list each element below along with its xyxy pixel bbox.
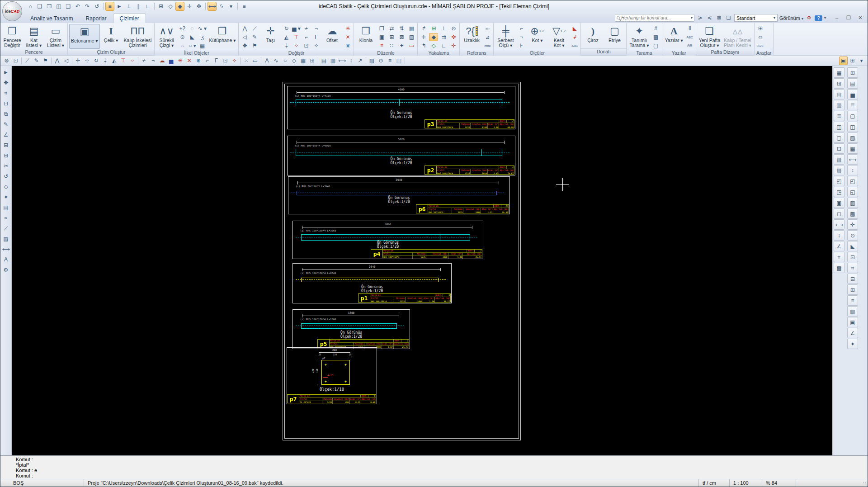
point-snap-icon[interactable]: ✛ bbox=[449, 42, 458, 50]
help-dropdown-icon[interactable]: ▾ bbox=[824, 16, 826, 20]
rect-select-icon[interactable]: ⊡ bbox=[221, 57, 230, 65]
column-text-icon[interactable]: Ⅱ bbox=[685, 24, 694, 33]
move-ref-icon[interactable]: ✦ bbox=[397, 42, 406, 50]
table-icon[interactable]: ▤ bbox=[1, 203, 10, 212]
table-a-icon[interactable]: ▤ bbox=[847, 78, 858, 89]
panel-minus-icon[interactable]: ⊟ bbox=[1, 141, 10, 150]
grid-2-icon[interactable]: ⊞ bbox=[834, 78, 844, 89]
dim-h-icon[interactable]: ⊦ bbox=[517, 42, 526, 50]
drawing-frame-p7[interactable]: 2002515025220150++++p74x13Ölçek:1/10p7Pa… bbox=[287, 347, 377, 404]
measure-knife-icon[interactable]: ⟋ bbox=[250, 24, 259, 33]
angle-a-icon[interactable]: ∠ bbox=[847, 328, 858, 338]
tab-çizimler[interactable]: Çizimler bbox=[113, 14, 146, 23]
chamfer-icon[interactable]: Γ bbox=[311, 33, 321, 41]
corner-b-icon[interactable]: ◱ bbox=[847, 187, 858, 197]
serbest-olcu-button[interactable]: ╪Serbest Ölçü ▾ bbox=[495, 24, 516, 50]
scatter-move-icon[interactable]: ⁘ bbox=[128, 57, 137, 65]
star-a-icon[interactable]: ✦ bbox=[847, 339, 858, 349]
chart-scale-icon[interactable]: ▅ bbox=[167, 57, 175, 65]
chart-scale-icon[interactable]: ▅ ▾ bbox=[292, 24, 301, 33]
camera-icon[interactable]: ⊙ bbox=[377, 57, 385, 65]
dim-vertical-icon[interactable]: ↕ bbox=[347, 57, 355, 65]
tab-analiz-ve-tasarım[interactable]: Analiz ve Tasarım bbox=[24, 14, 79, 23]
redo-icon[interactable]: ↷ bbox=[83, 2, 92, 11]
extend-icon[interactable]: ¬ bbox=[149, 57, 157, 65]
command-line-panel[interactable]: Komut :*İptal*Komut : eKomut : bbox=[0, 455, 868, 479]
grid-1-icon[interactable]: ▦ bbox=[834, 67, 844, 78]
angle-icon[interactable]: ∠ bbox=[834, 241, 844, 251]
grid-b-icon[interactable]: ▦ bbox=[847, 143, 858, 154]
resize-grip-icon[interactable]: ∷ bbox=[863, 481, 868, 486]
kot-button[interactable]: ⊕1.2Kot ▾ bbox=[527, 24, 547, 50]
leader-icon[interactable]: ↗ bbox=[356, 57, 364, 65]
corner-1-icon[interactable]: ◰ bbox=[834, 176, 844, 186]
rect-select-icon[interactable]: ⊡ bbox=[302, 42, 311, 50]
hatch-1-icon[interactable]: ▧ bbox=[834, 154, 844, 165]
extend-icon[interactable]: ¬ bbox=[311, 24, 321, 33]
monitor-icon[interactable]: ▭ bbox=[251, 57, 259, 65]
list-b-icon[interactable]: ≡ bbox=[847, 295, 858, 306]
star-icon[interactable]: ✦ bbox=[1, 193, 10, 202]
mirror-icon[interactable]: ◭ bbox=[282, 33, 291, 41]
direction-left-icon[interactable]: ↰ bbox=[419, 42, 428, 50]
status-scale[interactable]: 1 : 100 bbox=[730, 479, 762, 487]
stack-icon[interactable]: ≡ bbox=[377, 42, 386, 50]
rotate-icon[interactable]: ↻ bbox=[282, 24, 291, 33]
window-panel-icon[interactable]: ❏ bbox=[725, 15, 732, 21]
home-icon[interactable]: ⌂ bbox=[26, 2, 35, 11]
abc-leader-icon[interactable]: ABC bbox=[570, 42, 579, 50]
solid-icon[interactable]: ▩ bbox=[834, 263, 844, 273]
perp-snap-icon[interactable]: ⊥ bbox=[439, 24, 448, 33]
select-cursor-icon[interactable]: ► bbox=[115, 2, 124, 11]
open-file-icon[interactable]: ❒ bbox=[45, 2, 54, 11]
open-angle-icon[interactable]: ◁ bbox=[240, 33, 249, 41]
command-line[interactable]: Komut : bbox=[16, 473, 868, 478]
open-angle-icon[interactable]: ◁ bbox=[62, 57, 71, 65]
text-a-icon[interactable]: A bbox=[1, 255, 10, 264]
chamfer-icon[interactable]: Γ bbox=[212, 57, 221, 65]
text-style-icon[interactable]: A▤ bbox=[685, 42, 694, 50]
corner-snap-icon[interactable]: ∟ bbox=[439, 42, 448, 50]
paste-icon[interactable]: ▣ bbox=[377, 33, 386, 41]
align-red-icon[interactable]: ⊤ bbox=[119, 57, 127, 65]
mid-snap-icon[interactable]: ✜ bbox=[449, 33, 458, 41]
x-cross-icon[interactable]: ✕ bbox=[343, 33, 352, 41]
close-box-icon[interactable]: ⊠ bbox=[715, 15, 723, 21]
pipette-icon[interactable]: ✎ bbox=[250, 33, 259, 41]
stretch-icon[interactable]: ✥ bbox=[240, 42, 249, 50]
undo-arc-icon[interactable]: ↺ bbox=[1, 172, 10, 181]
break-star-icon[interactable]: ✳ bbox=[176, 57, 184, 65]
fillet-icon[interactable]: ⌐ bbox=[203, 57, 212, 65]
scissors-icon[interactable]: ✂ bbox=[1, 161, 10, 170]
kutuphane-button[interactable]: ❒Kütüphane ▾ bbox=[208, 24, 237, 50]
select-arrow-icon[interactable]: ► bbox=[1, 68, 10, 77]
snap-point-icon[interactable]: ✜ bbox=[194, 2, 203, 11]
close-button[interactable]: ✕ bbox=[855, 14, 866, 22]
pafta-view-icon[interactable]: ▣ bbox=[839, 57, 848, 65]
kalip-iskelesi-cizimleri-button[interactable]: ΠΠKalıp İskelesi Çizimleri bbox=[123, 24, 153, 49]
corner-2-icon[interactable]: ◳ bbox=[834, 187, 844, 197]
polygon-icon[interactable]: ◇ bbox=[290, 57, 298, 65]
toolbar-stack-icon[interactable]: ≼ bbox=[706, 15, 713, 21]
settings-icon[interactable]: ⚙ bbox=[805, 15, 813, 21]
app-logo[interactable]: ideCAD bbox=[2, 1, 22, 21]
angle-ref-icon[interactable]: ⊿ bbox=[483, 33, 492, 41]
eraser-icon[interactable]: ▭ bbox=[407, 42, 416, 50]
view-menu[interactable]: Görünüm ▾ bbox=[779, 15, 803, 21]
layers-icon[interactable]: ≡ bbox=[105, 2, 114, 11]
poly-snap2-icon[interactable]: ◇ bbox=[429, 42, 438, 50]
plus-a-icon[interactable]: ⊞ bbox=[847, 284, 858, 295]
ciroz-button[interactable]: )Çiroz bbox=[582, 24, 603, 48]
grid-a-icon[interactable]: ⊞ bbox=[847, 67, 858, 78]
toolbar-more-icon[interactable]: ▾ bbox=[857, 57, 866, 65]
trim-icon[interactable]: ≁ bbox=[302, 24, 311, 33]
table-tool-icon[interactable]: ⊞ bbox=[756, 24, 765, 33]
pen-icon[interactable]: ✎ bbox=[32, 57, 41, 65]
compass-icon[interactable]: ⋀ bbox=[53, 57, 61, 65]
snap-plus-icon[interactable]: ✛ bbox=[185, 2, 194, 11]
customize-icon[interactable]: ≡ bbox=[240, 2, 249, 11]
box-a-icon[interactable]: ▢ bbox=[847, 111, 858, 121]
direction-up-icon[interactable]: ↱ bbox=[419, 24, 428, 33]
tanimli-tarama-button[interactable]: ✦Tanımlı Tarama ▾ bbox=[628, 24, 650, 50]
save-icon[interactable]: ◫ bbox=[54, 2, 63, 11]
